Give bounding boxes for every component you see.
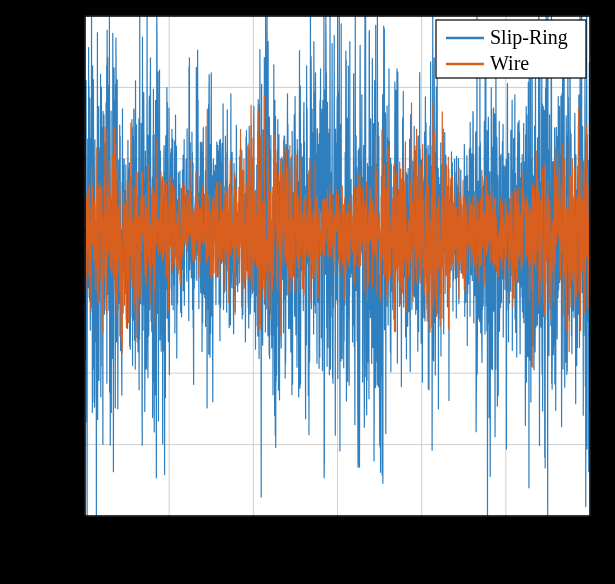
y-axis-label: Volt. Output (V) [0, 194, 25, 338]
x-tick-label: 15 [328, 524, 348, 546]
y-tick-label: -0.01 [33, 290, 75, 312]
legend-label: Slip-Ring [490, 26, 568, 49]
x-tick-label: 30 [580, 524, 600, 546]
x-tick-label: 0 [80, 524, 90, 546]
x-tick-label: 25 [496, 524, 516, 546]
x-axis-label: Time (s) [300, 548, 374, 573]
legend-label: Wire [490, 52, 529, 74]
y-tick-label: 0.02 [40, 75, 75, 97]
y-tick-label: 0 [65, 218, 75, 240]
y-tick-label: -0.02 [33, 361, 75, 383]
x-tick-label: 20 [412, 524, 432, 546]
x-tick-label: 10 [243, 524, 263, 546]
y-tick-label: -0.03 [33, 433, 75, 455]
y-tick-label: 0.03 [40, 4, 75, 26]
legend: Slip-RingWire [436, 20, 586, 78]
x-tick-label: 5 [164, 524, 174, 546]
y-tick-label: 0.01 [40, 147, 75, 169]
noise-plot: 051015202530-0.04-0.03-0.02-0.0100.010.0… [0, 0, 615, 584]
y-tick-label: -0.04 [33, 504, 75, 526]
